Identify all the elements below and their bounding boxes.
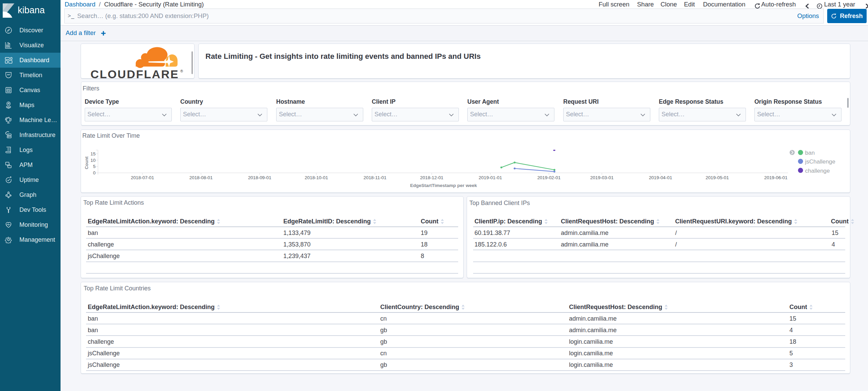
svg-text:15: 15 (90, 151, 96, 156)
svg-text:EdgeStartTimestamp per week: EdgeStartTimestamp per week (410, 183, 477, 188)
svg-text:2018-08-01: 2018-08-01 (189, 175, 213, 180)
svg-text:Count: Count (84, 156, 89, 169)
svg-text:2019-01-01: 2019-01-01 (479, 175, 502, 180)
svg-text:2018-12-01: 2018-12-01 (420, 175, 444, 180)
svg-text:2019-04-01: 2019-04-01 (649, 175, 672, 180)
svg-text:10: 10 (90, 158, 96, 163)
svg-text:CLOUDFLARE: CLOUDFLARE (90, 68, 179, 78)
svg-text:2019-06-01: 2019-06-01 (764, 175, 788, 180)
svg-text:2018-09-01: 2018-09-01 (248, 175, 271, 180)
svg-text:2019-02-01: 2019-02-01 (537, 175, 561, 180)
svg-text:2018-10-01: 2018-10-01 (305, 175, 328, 180)
svg-text:®: ® (180, 69, 183, 73)
svg-text:2019-05-01: 2019-05-01 (705, 175, 729, 180)
svg-text:2019-03-01: 2019-03-01 (590, 175, 614, 180)
svg-text:5: 5 (93, 164, 96, 169)
svg-text:2018-11-01: 2018-11-01 (364, 175, 387, 180)
svg-text:0: 0 (93, 170, 96, 175)
svg-text:2018-07-01: 2018-07-01 (131, 175, 154, 180)
